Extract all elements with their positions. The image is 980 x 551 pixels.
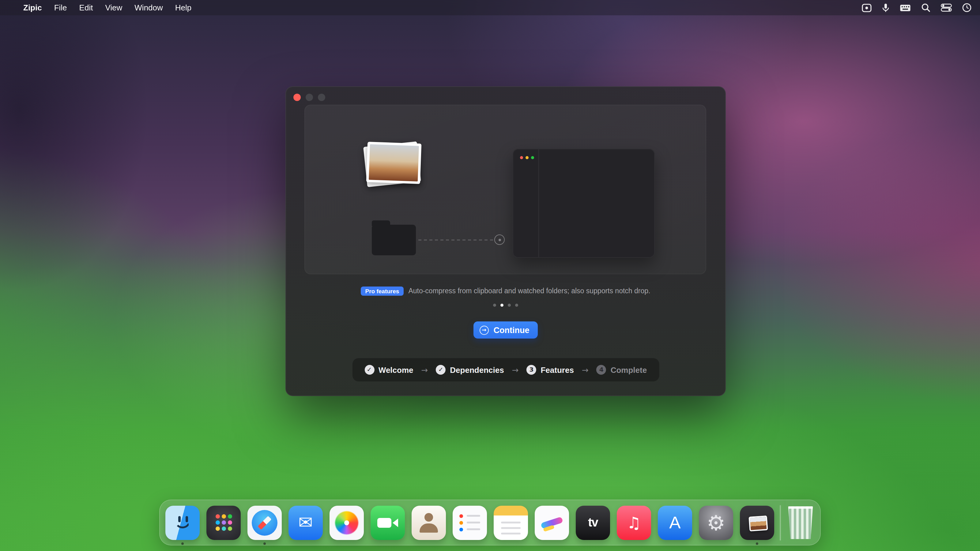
pro-badge: Pro features bbox=[361, 286, 404, 295]
settings-icon: ⚙ bbox=[699, 505, 733, 540]
dock: ✉tv♫A⚙ bbox=[159, 500, 821, 546]
dock-divider bbox=[780, 505, 781, 540]
app-status-icon[interactable] bbox=[862, 3, 872, 12]
dock-item-facetime[interactable] bbox=[371, 505, 405, 540]
step-number-icon: 4 bbox=[597, 365, 606, 375]
page-dot-3[interactable] bbox=[508, 304, 511, 307]
arrow-right-icon: → bbox=[480, 326, 489, 335]
page-dot-2[interactable] bbox=[500, 304, 503, 307]
dock-item-zipic[interactable] bbox=[740, 505, 774, 540]
menu-window[interactable]: Window bbox=[128, 0, 169, 15]
dock-apps: ✉tv♫A⚙ bbox=[165, 505, 774, 540]
step-label: Dependencies bbox=[450, 365, 504, 375]
settings-glyph: ⚙ bbox=[707, 512, 725, 533]
facetime-icon bbox=[371, 505, 405, 540]
connector-line bbox=[418, 240, 495, 241]
continue-button[interactable]: → Continue bbox=[474, 321, 538, 338]
dock-item-mail[interactable]: ✉ bbox=[288, 505, 323, 540]
dock-item-safari[interactable] bbox=[247, 505, 282, 540]
step-arrow-icon: → bbox=[582, 365, 589, 375]
dock-item-settings[interactable]: ⚙ bbox=[699, 505, 733, 540]
watched-folder-icon bbox=[372, 225, 416, 255]
photo-front bbox=[366, 142, 422, 184]
contacts-icon bbox=[412, 505, 446, 540]
appstore-icon: A bbox=[658, 505, 692, 540]
steps-bar: ✓Welcome→✓Dependencies→3Features→4Comple… bbox=[352, 358, 659, 381]
clock-icon[interactable] bbox=[962, 3, 971, 12]
step-welcome: ✓Welcome bbox=[364, 365, 414, 375]
control-center-icon[interactable] bbox=[941, 4, 952, 12]
menu-bar-status-area bbox=[862, 3, 980, 12]
step-label: Features bbox=[541, 365, 574, 375]
dock-item-trash[interactable] bbox=[786, 506, 815, 539]
dock-item-finder[interactable] bbox=[165, 505, 200, 540]
app-window-mockup bbox=[513, 149, 655, 258]
page-dots bbox=[285, 304, 726, 307]
dock-item-music[interactable]: ♫ bbox=[617, 505, 651, 540]
check-circle-icon: ✓ bbox=[436, 365, 445, 375]
tv-glyph: tv bbox=[588, 516, 598, 530]
menu-edit[interactable]: Edit bbox=[73, 0, 99, 15]
pro-feature-row: Pro features Auto-compress from clipboar… bbox=[285, 286, 726, 295]
photo-image bbox=[369, 144, 419, 181]
zipic-icon bbox=[740, 505, 774, 540]
feature-illustration bbox=[304, 105, 706, 274]
music-glyph: ♫ bbox=[627, 513, 641, 532]
zoom-button[interactable] bbox=[318, 94, 325, 101]
dictation-icon[interactable] bbox=[882, 3, 889, 12]
close-button[interactable] bbox=[293, 94, 301, 101]
dock-item-reminders[interactable] bbox=[453, 505, 487, 540]
menu-help[interactable]: Help bbox=[169, 0, 198, 15]
notes-icon bbox=[494, 505, 528, 540]
dock-item-freeform[interactable] bbox=[535, 505, 569, 540]
photos-icon bbox=[329, 505, 364, 540]
dock-item-notes[interactable] bbox=[494, 505, 528, 540]
check-circle-icon: ✓ bbox=[364, 365, 374, 375]
zipic-onboarding-window: Pro features Auto-compress from clipboar… bbox=[285, 86, 726, 396]
traffic-lights bbox=[293, 94, 325, 101]
mail-icon: ✉ bbox=[288, 505, 323, 540]
music-icon: ♫ bbox=[617, 505, 651, 540]
step-label: Welcome bbox=[379, 365, 414, 375]
reminders-icon bbox=[453, 505, 487, 540]
mockup-sidebar-divider bbox=[538, 149, 539, 257]
step-arrow-icon: → bbox=[422, 365, 428, 375]
minimize-button[interactable] bbox=[305, 94, 313, 101]
button-row: → Continue bbox=[285, 321, 726, 338]
mockup-traffic-lights bbox=[520, 156, 523, 159]
page-dot-4[interactable] bbox=[515, 304, 518, 307]
dock-item-tv[interactable]: tv bbox=[576, 505, 610, 540]
spotlight-icon[interactable] bbox=[921, 3, 931, 12]
page-dot-1[interactable] bbox=[493, 304, 496, 307]
step-label: Complete bbox=[611, 365, 647, 375]
dock-item-contacts[interactable] bbox=[412, 505, 446, 540]
photo-stack-illustration bbox=[366, 141, 422, 184]
step-features: 3Features bbox=[527, 365, 574, 375]
launchpad-icon bbox=[207, 505, 241, 540]
dock-item-appstore[interactable]: A bbox=[658, 505, 692, 540]
step-dependencies: ✓Dependencies bbox=[436, 365, 504, 375]
keyboard-icon[interactable] bbox=[900, 4, 911, 11]
pro-description: Auto-compress from clipboard and watched… bbox=[408, 287, 650, 295]
dock-item-launchpad[interactable] bbox=[207, 505, 241, 540]
menu-bar: Zipic File Edit View Window Help bbox=[0, 0, 980, 15]
safari-icon bbox=[247, 505, 282, 540]
dock-item-photos[interactable] bbox=[329, 505, 364, 540]
menu-file[interactable]: File bbox=[48, 0, 73, 15]
step-arrow-icon: → bbox=[512, 365, 519, 375]
appstore-glyph: A bbox=[669, 513, 681, 532]
step-number-icon: 3 bbox=[527, 365, 536, 375]
connector-node-icon bbox=[494, 235, 505, 245]
tv-icon: tv bbox=[576, 505, 610, 540]
desktop: Zipic File Edit View Window Help bbox=[0, 0, 980, 551]
app-menu-zipic[interactable]: Zipic bbox=[17, 0, 48, 15]
dock-trash-slot bbox=[786, 506, 815, 539]
finder-icon bbox=[165, 505, 200, 540]
step-complete: 4Complete bbox=[597, 365, 647, 375]
trash-icon bbox=[786, 506, 815, 539]
continue-button-label: Continue bbox=[494, 326, 530, 335]
menu-view[interactable]: View bbox=[99, 0, 128, 15]
freeform-icon bbox=[535, 505, 569, 540]
mail-glyph: ✉ bbox=[299, 513, 313, 533]
